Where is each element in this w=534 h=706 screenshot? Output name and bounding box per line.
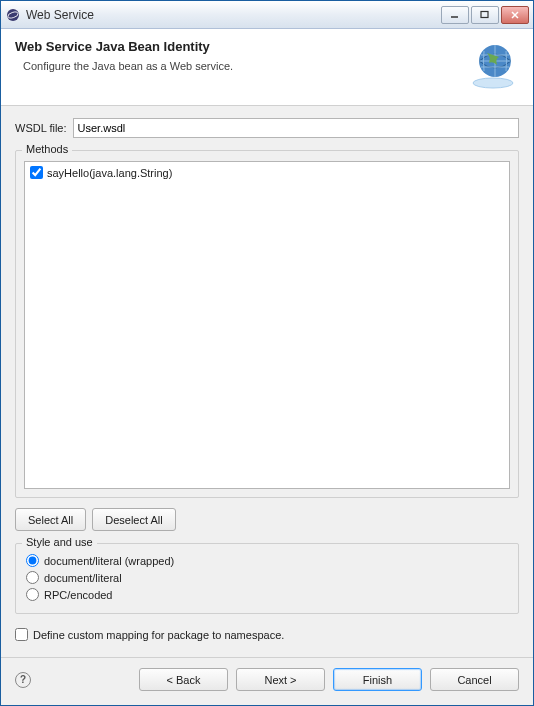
- eclipse-icon: [5, 7, 21, 23]
- next-button[interactable]: Next >: [236, 668, 325, 691]
- radio-input[interactable]: [26, 588, 39, 601]
- dialog-window: Web Service Web Service Java Bean Identi…: [0, 0, 534, 706]
- radio-label: RPC/encoded: [44, 589, 113, 601]
- radio-doc-literal[interactable]: document/literal: [26, 571, 508, 584]
- custom-mapping-label: Define custom mapping for package to nam…: [33, 629, 284, 641]
- cancel-button[interactable]: Cancel: [430, 668, 519, 691]
- svg-rect-3: [481, 11, 488, 17]
- svg-point-0: [7, 9, 19, 21]
- custom-mapping-checkbox[interactable]: [15, 628, 28, 641]
- method-checkbox[interactable]: [30, 166, 43, 179]
- dialog-content: WSDL file: Methods sayHello(java.lang.St…: [1, 106, 533, 657]
- methods-list[interactable]: sayHello(java.lang.String): [24, 161, 510, 489]
- titlebar: Web Service: [1, 1, 533, 29]
- selection-buttons: Select All Deselect All: [15, 508, 519, 531]
- custom-mapping-row[interactable]: Define custom mapping for package to nam…: [15, 628, 519, 641]
- radio-input[interactable]: [26, 554, 39, 567]
- method-item[interactable]: sayHello(java.lang.String): [28, 165, 506, 180]
- dialog-footer: ? < Back Next > Finish Cancel: [1, 657, 533, 705]
- wsdl-file-row: WSDL file:: [15, 118, 519, 138]
- dialog-header: Web Service Java Bean Identity Configure…: [1, 29, 533, 106]
- help-icon[interactable]: ?: [15, 672, 31, 688]
- svg-point-7: [473, 78, 513, 88]
- style-fieldset: Style and use document/literal (wrapped)…: [15, 543, 519, 614]
- methods-legend: Methods: [22, 143, 72, 155]
- deselect-all-button[interactable]: Deselect All: [92, 508, 175, 531]
- globe-icon: [467, 39, 519, 91]
- radio-label: document/literal: [44, 572, 122, 584]
- page-title: Web Service Java Bean Identity: [15, 39, 467, 54]
- style-legend: Style and use: [22, 536, 97, 548]
- radio-rpc-encoded[interactable]: RPC/encoded: [26, 588, 508, 601]
- page-subtitle: Configure the Java bean as a Web service…: [23, 60, 467, 72]
- wsdl-file-input[interactable]: [73, 118, 519, 138]
- window-title: Web Service: [26, 8, 441, 22]
- methods-fieldset: Methods sayHello(java.lang.String): [15, 150, 519, 498]
- close-button[interactable]: [501, 6, 529, 24]
- window-controls: [441, 6, 529, 24]
- wsdl-file-label: WSDL file:: [15, 122, 67, 134]
- radio-input[interactable]: [26, 571, 39, 584]
- back-button[interactable]: < Back: [139, 668, 228, 691]
- wizard-buttons: < Back Next > Finish Cancel: [139, 668, 519, 691]
- select-all-button[interactable]: Select All: [15, 508, 86, 531]
- radio-label: document/literal (wrapped): [44, 555, 174, 567]
- minimize-button[interactable]: [441, 6, 469, 24]
- finish-button[interactable]: Finish: [333, 668, 422, 691]
- method-label: sayHello(java.lang.String): [47, 167, 172, 179]
- maximize-button[interactable]: [471, 6, 499, 24]
- radio-doc-literal-wrapped[interactable]: document/literal (wrapped): [26, 554, 508, 567]
